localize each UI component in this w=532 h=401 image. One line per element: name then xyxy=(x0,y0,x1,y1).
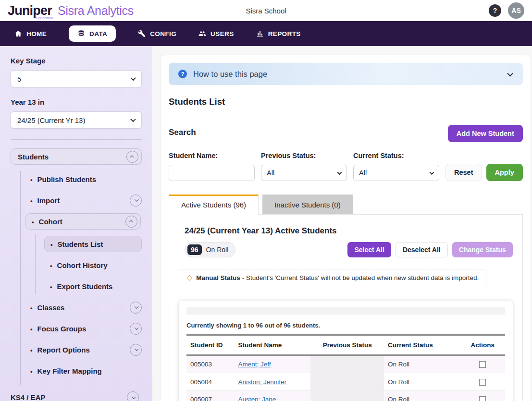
student-name-input[interactable] xyxy=(169,165,255,181)
student-name-link[interactable]: Ament; Jeff xyxy=(238,361,271,368)
brand-name: Juniper Education xyxy=(8,4,52,17)
sidebar-item-export-students[interactable]: Export Students xyxy=(36,278,142,294)
cell-student-id: 005007 xyxy=(186,390,234,401)
table-header-row: Student ID Student Name Previous Status … xyxy=(186,335,505,355)
chevron-down-icon xyxy=(430,170,434,175)
current-status-label: Current Status: xyxy=(353,152,439,159)
cell-student-name: Aniston; Jennifer xyxy=(234,373,310,390)
student-tabs: Active Students (96) Inactive Students (… xyxy=(169,194,523,214)
wrench-icon xyxy=(138,30,146,37)
chevron-down-icon xyxy=(127,391,139,401)
horizontal-scrollbar[interactable] xyxy=(186,307,505,315)
key-stage-label: Key Stage xyxy=(11,57,142,65)
search-heading: Search xyxy=(169,128,196,137)
product-name: Sisra Analytics xyxy=(58,4,134,18)
on-roll-badge: 96 On Roll xyxy=(185,242,235,257)
active-students-panel: 24/25 (Current Year 13) Active Students … xyxy=(169,214,523,401)
sidebar-item-publish-students[interactable]: Publish Students xyxy=(21,171,142,187)
cell-actions xyxy=(460,390,505,401)
main-content: ? How to use this page Students List Sea… xyxy=(152,46,532,401)
school-name: Sisra School xyxy=(246,7,286,15)
nav-users[interactable]: USERS xyxy=(198,30,234,37)
table-row: 005004 Aniston; Jennifer On Roll xyxy=(186,373,505,390)
previous-status-select[interactable]: All xyxy=(261,165,347,181)
manual-status-note: ◇ Manual Status - Student's 'Current Sta… xyxy=(179,269,486,286)
sidebar-item-focus-groups[interactable]: Focus Groups xyxy=(21,320,142,337)
sidebar-section-ks4-eap[interactable]: KS4 / EAP xyxy=(11,391,142,401)
chevron-down-icon xyxy=(507,70,513,76)
sidebar-item-import[interactable]: Import xyxy=(21,192,142,208)
change-status-button[interactable]: Change Status xyxy=(452,242,513,257)
nav-config[interactable]: CONFIG xyxy=(138,30,176,37)
nav-data[interactable]: DATA xyxy=(69,25,116,42)
chevron-down-icon xyxy=(130,75,136,81)
deselect-all-button[interactable]: Deselect All xyxy=(396,242,448,257)
row-select-checkbox[interactable] xyxy=(479,379,486,386)
col-header-student-id: Student ID xyxy=(186,335,234,355)
cell-previous-status xyxy=(310,373,384,390)
cell-student-id: 005004 xyxy=(186,373,234,390)
reset-button[interactable]: Reset xyxy=(445,164,482,181)
cell-actions xyxy=(460,373,505,390)
table-row: 005007 Austen; Jane On Roll xyxy=(186,390,505,401)
bar-chart-icon xyxy=(256,30,264,37)
divider xyxy=(169,115,523,115)
cohort-subnav: Students List Cohort History Export Stud… xyxy=(35,234,142,294)
cell-student-name: Ament; Jeff xyxy=(234,355,310,373)
tab-inactive-students[interactable]: Inactive Students (0) xyxy=(262,194,353,214)
chevron-up-icon xyxy=(126,151,138,163)
sidebar-item-students-list[interactable]: Students List xyxy=(44,236,142,252)
col-header-student-name: Student Name xyxy=(234,335,310,355)
current-status-select[interactable]: All xyxy=(353,165,439,181)
apply-button[interactable]: Apply xyxy=(486,164,523,181)
help-icon[interactable]: ? xyxy=(489,4,501,17)
cell-previous-status xyxy=(310,390,384,401)
logo[interactable]: Juniper Education Sisra Analytics xyxy=(8,4,134,18)
tab-active-students[interactable]: Active Students (96) xyxy=(169,194,259,215)
main-nav: HOME DATA CONFIG USERS REPORTS xyxy=(0,21,532,46)
students-table: Student ID Student Name Previous Status … xyxy=(186,334,505,401)
chevron-down-icon xyxy=(130,323,142,335)
cell-student-name: Austen; Jane xyxy=(234,390,310,401)
how-to-use-banner[interactable]: ? How to use this page xyxy=(169,63,523,85)
sidebar-item-classes[interactable]: Classes xyxy=(21,299,142,316)
cell-student-id: 005003 xyxy=(186,355,234,373)
avatar[interactable]: AS xyxy=(508,2,524,19)
year-select[interactable]: 24/25 (Current Yr 13) xyxy=(11,111,142,129)
panel-heading: 24/25 (Current Year 13) Active Students xyxy=(185,226,513,236)
database-icon xyxy=(77,30,85,37)
cell-current-status: On Roll xyxy=(384,355,460,373)
chevron-down-icon xyxy=(130,302,142,314)
select-all-button[interactable]: Select All xyxy=(347,242,391,257)
row-select-checkbox[interactable] xyxy=(479,396,486,401)
row-select-checkbox[interactable] xyxy=(479,361,486,368)
diamond-icon: ◇ xyxy=(186,274,192,281)
sidebar-divider xyxy=(11,139,142,140)
sidebar-item-key-filter-mapping[interactable]: Key Filter Mapping xyxy=(21,363,142,379)
sidebar-item-report-options[interactable]: Report Options xyxy=(21,341,142,358)
sidebar-section-students[interactable]: Students xyxy=(11,148,142,165)
nav-home[interactable]: HOME xyxy=(14,30,47,37)
key-stage-select[interactable]: 5 xyxy=(11,70,142,87)
users-icon xyxy=(198,30,206,37)
sidebar: Key Stage 5 Year 13 in 24/25 (Current Yr… xyxy=(0,46,152,401)
home-icon xyxy=(14,30,22,37)
sidebar-item-cohort-history[interactable]: Cohort History xyxy=(36,257,142,273)
table-caption: Currently showing 1 to 96 out of 96 stud… xyxy=(186,322,505,329)
add-new-student-button[interactable]: Add New Student xyxy=(448,125,523,142)
student-name-link[interactable]: Aniston; Jennifer xyxy=(238,378,286,386)
students-subnav: Publish Students Import Cohort Students … xyxy=(20,171,142,385)
chevron-down-icon xyxy=(130,117,136,122)
content-card: ? How to use this page Students List Sea… xyxy=(161,55,531,401)
student-name-link[interactable]: Austen; Jane xyxy=(238,396,276,401)
chevron-down-icon xyxy=(130,194,142,207)
sidebar-item-cohort[interactable]: Cohort xyxy=(25,213,141,230)
cell-previous-status xyxy=(310,355,384,373)
nav-reports[interactable]: REPORTS xyxy=(256,30,301,37)
table-row: 005003 Ament; Jeff On Roll xyxy=(186,355,505,373)
previous-status-label: Previous Status: xyxy=(261,152,347,159)
help-icon: ? xyxy=(178,70,187,78)
student-name-label: Student Name: xyxy=(169,152,255,159)
col-header-previous-status: Previous Status xyxy=(310,335,384,355)
chevron-down-icon xyxy=(337,170,342,175)
